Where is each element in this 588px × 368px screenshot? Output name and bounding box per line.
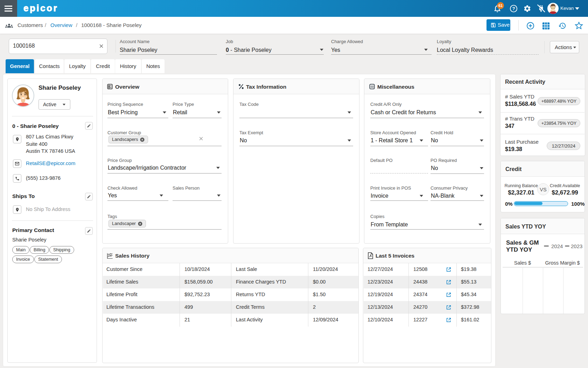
svg-text:?: ? [512, 6, 515, 11]
